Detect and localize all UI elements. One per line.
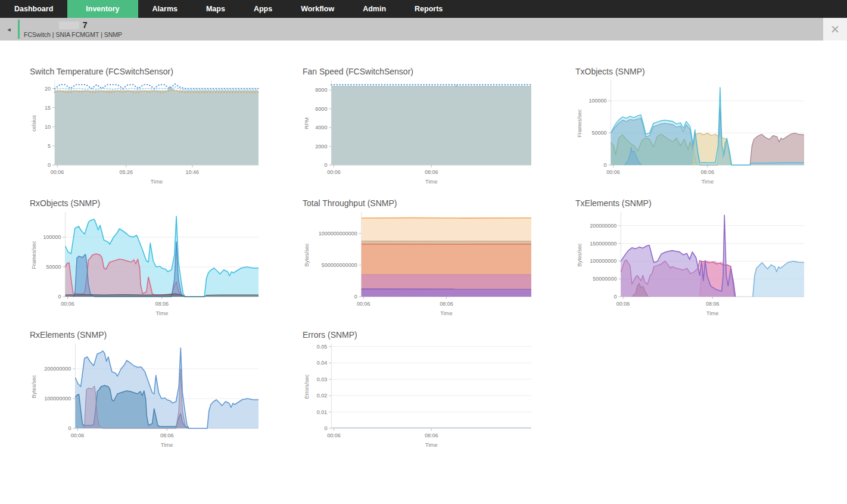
svg-text:10: 10 — [45, 124, 51, 130]
svg-text:00:06: 00:06 — [327, 433, 341, 438]
svg-text:Frames/sec: Frames/sec — [577, 109, 583, 138]
svg-text:0.02: 0.02 — [317, 393, 328, 399]
svg-text:0.01: 0.01 — [317, 409, 328, 415]
svg-text:150000000: 150000000 — [590, 241, 616, 247]
svg-text:08:06: 08:06 — [155, 301, 169, 307]
svg-text:0: 0 — [324, 425, 327, 431]
svg-text:0: 0 — [68, 425, 71, 431]
chart-canvas[interactable]: 05000000010000000015000000020000000000:0… — [575, 209, 809, 317]
close-icon[interactable]: ✕ — [823, 18, 847, 41]
svg-text:08:06: 08:06 — [440, 301, 453, 307]
svg-text:Time: Time — [151, 178, 163, 185]
chart-canvas[interactable]: 0500000000000100000000000000:0608:06Time… — [303, 209, 536, 317]
chart-switch-temperature: Switch Temperature (FCSwitchSensor) 0510… — [30, 67, 292, 185]
chart-fan-speed: Fan Speed (FCSwitchSensor) 0200040006000… — [303, 67, 565, 185]
svg-text:Time: Time — [706, 310, 719, 316]
tab-label: Alarms — [152, 5, 178, 13]
svg-text:200000000: 200000000 — [590, 223, 616, 229]
svg-text:Time: Time — [155, 310, 168, 316]
svg-text:10:46: 10:46 — [186, 169, 200, 175]
chart-canvas[interactable]: 0510152000:0605:2610:46Timecelsius — [30, 77, 263, 185]
tab-inventory[interactable]: Inventory — [67, 0, 138, 18]
svg-text:0.04: 0.04 — [317, 360, 328, 366]
svg-text:00:06: 00:06 — [616, 301, 630, 307]
chart-rxelements: RxElements (SNMP) 010000000020000000000:… — [30, 330, 292, 449]
chart-title: RxElements (SNMP) — [30, 330, 292, 340]
main-content: Switch Temperature (FCSwitchSensor) 0510… — [0, 41, 847, 449]
svg-text:0: 0 — [614, 294, 616, 300]
tab-label: Workflow — [301, 5, 334, 13]
chevron-left-icon[interactable]: ◂ — [0, 18, 18, 41]
svg-text:2000: 2000 — [315, 144, 327, 150]
chart-canvas[interactable]: 05000010000000:0608:06TimeFrames/sec — [30, 209, 263, 317]
svg-text:08:06: 08:06 — [160, 433, 174, 438]
chart-canvas[interactable]: 00.010.020.030.040.0500:0608:06TimeError… — [303, 340, 536, 449]
svg-text:0: 0 — [324, 162, 327, 168]
device-count-row: 7 — [24, 21, 122, 30]
svg-text:RPM: RPM — [304, 117, 310, 129]
svg-text:0: 0 — [48, 162, 51, 168]
chart-title: TxObjects (SNMP) — [575, 67, 837, 76]
tab-label: Dashboard — [14, 5, 53, 13]
chart-canvas[interactable]: 0200040006000800000:0608:06TimeRPM — [303, 77, 536, 185]
svg-text:0: 0 — [604, 162, 607, 168]
chart-txobjects: TxObjects (SNMP) 05000010000000:0608:06T… — [575, 67, 837, 185]
chart-title: Switch Temperature (FCSwitchSensor) — [30, 67, 292, 76]
device-strip: ◂ 7 FCSwitch | SNIA FCMGMT | SNMP ✕ — [0, 18, 847, 41]
svg-text:00:06: 00:06 — [51, 169, 64, 175]
svg-text:00:06: 00:06 — [61, 301, 74, 307]
tab-admin[interactable]: Admin — [348, 0, 400, 18]
svg-text:4000: 4000 — [315, 125, 327, 130]
tab-apps[interactable]: Apps — [239, 0, 287, 18]
tab-label: Apps — [254, 5, 272, 13]
svg-text:Bytes/sec: Bytes/sec — [577, 243, 583, 267]
selected-device-card[interactable]: 7 FCSwitch | SNIA FCMGMT | SNMP — [18, 19, 127, 39]
tab-label: Reports — [415, 5, 443, 13]
tab-alarms[interactable]: Alarms — [138, 0, 192, 18]
svg-text:100000: 100000 — [43, 234, 61, 240]
svg-text:200000000: 200000000 — [44, 366, 71, 372]
svg-text:Time: Time — [161, 441, 173, 448]
tab-label: Inventory — [86, 5, 119, 13]
tab-reports[interactable]: Reports — [400, 0, 457, 18]
svg-text:08:06: 08:06 — [425, 433, 438, 438]
svg-text:00:06: 00:06 — [71, 433, 85, 438]
svg-text:100000000: 100000000 — [590, 258, 616, 264]
svg-text:00:06: 00:06 — [606, 169, 620, 175]
svg-text:1000000000000: 1000000000000 — [319, 231, 357, 237]
svg-text:5: 5 — [48, 143, 51, 149]
svg-text:8000: 8000 — [315, 87, 327, 93]
svg-text:08:06: 08:06 — [701, 169, 715, 175]
svg-text:50000: 50000 — [592, 130, 607, 136]
chart-title: RxObjects (SNMP) — [30, 198, 292, 208]
svg-text:celsius: celsius — [31, 115, 37, 132]
svg-text:50000: 50000 — [46, 264, 61, 270]
tab-label: Admin — [363, 5, 386, 13]
svg-text:Errors/sec: Errors/sec — [304, 374, 310, 399]
tab-workflow[interactable]: Workflow — [287, 0, 348, 18]
chart-title: Fan Speed (FCSwitchSensor) — [303, 67, 565, 76]
chart-rxobjects: RxObjects (SNMP) 05000010000000:0608:06T… — [30, 198, 292, 317]
svg-text:Time: Time — [425, 178, 438, 185]
chart-canvas[interactable]: 010000000020000000000:0608:06TimeBytes/s… — [30, 340, 263, 449]
svg-text:6000: 6000 — [315, 106, 327, 112]
chart-title: Errors (SNMP) — [303, 330, 565, 340]
svg-text:Bytes/sec: Bytes/sec — [31, 375, 37, 399]
chart-txelements: TxElements (SNMP) 0500000001000000001500… — [575, 198, 837, 317]
svg-text:20: 20 — [45, 86, 51, 92]
tab-maps[interactable]: Maps — [192, 0, 239, 18]
svg-text:0.03: 0.03 — [317, 377, 328, 382]
tab-label: Maps — [206, 5, 225, 13]
svg-text:00:06: 00:06 — [357, 301, 370, 307]
svg-text:0.05: 0.05 — [317, 344, 328, 350]
tab-dashboard[interactable]: Dashboard — [0, 0, 67, 18]
svg-text:08:06: 08:06 — [706, 301, 720, 307]
chart-canvas[interactable]: 05000010000000:0608:06TimeFrames/sec — [575, 77, 809, 185]
svg-text:0: 0 — [58, 294, 61, 300]
device-count: 7 — [83, 21, 88, 29]
svg-text:15: 15 — [45, 105, 51, 111]
device-thumbnail — [59, 21, 79, 29]
top-navbar: Dashboard Inventory Alarms Maps Apps Wor… — [0, 0, 847, 18]
svg-text:100000000: 100000000 — [44, 396, 71, 402]
charts-grid: Switch Temperature (FCSwitchSensor) 0510… — [30, 67, 847, 449]
